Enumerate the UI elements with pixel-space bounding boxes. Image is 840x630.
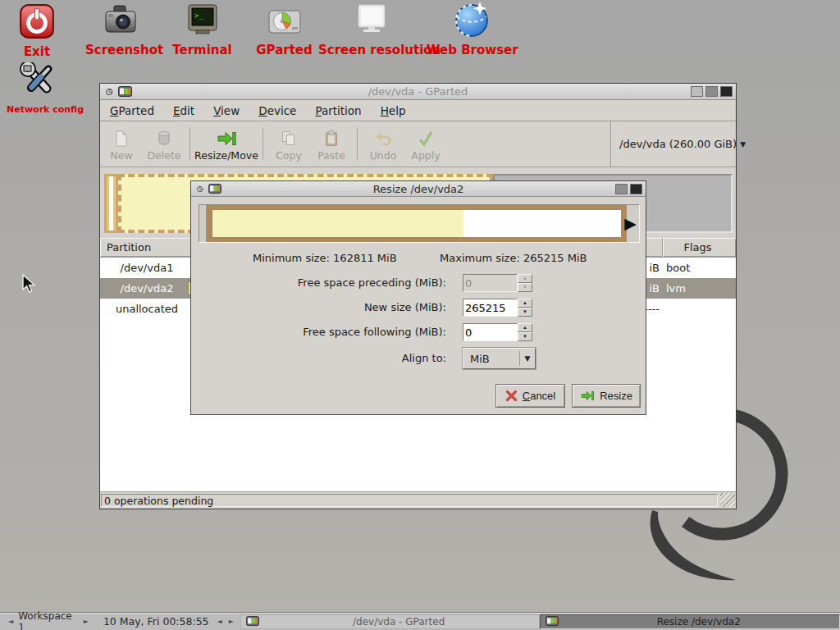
cancel-button[interactable]: Cancel (495, 384, 565, 408)
maximize-button[interactable] (615, 184, 628, 194)
power-icon (18, 2, 56, 40)
tasklist-right-icon[interactable]: ► (229, 618, 234, 625)
slider-left-handle[interactable] (199, 205, 207, 242)
menu-help[interactable]: Help (381, 104, 406, 117)
apply-button[interactable]: Apply (404, 121, 447, 167)
resize-button[interactable]: Resize (572, 384, 641, 408)
status-bar: 0 operations pending (100, 491, 736, 509)
chevron-down-icon: ▼ (740, 140, 746, 148)
cancel-x-icon (505, 390, 518, 402)
desktop-icon-terminal[interactable]: >_ Terminal (167, 2, 237, 57)
free-space-following-field[interactable] (463, 323, 518, 341)
spinner-preceding[interactable]: ▲ ▼ (518, 274, 532, 292)
column-header-flags[interactable]: Flags (662, 238, 733, 257)
spin-up-icon[interactable]: ▲ (518, 323, 532, 332)
spin-up-icon[interactable]: ▲ (518, 274, 532, 283)
copy-button[interactable]: Copy (267, 121, 310, 167)
globe-icon (453, 1, 491, 39)
desktop-icon-web-browser[interactable]: Web Browser (427, 1, 517, 57)
delete-partition-icon (155, 130, 173, 148)
free-space-preceding-field[interactable] (463, 274, 518, 292)
delete-button[interactable]: Delete (143, 121, 185, 167)
undo-button[interactable]: Undo (362, 121, 404, 167)
minimize-button[interactable] (691, 86, 703, 97)
menu-view[interactable]: View (213, 104, 240, 117)
resize-grip[interactable] (720, 493, 735, 507)
slider-right-handle[interactable]: ▶ (627, 205, 639, 242)
close-button[interactable] (720, 86, 733, 97)
desktop-icon-label: GParted (249, 43, 319, 57)
spin-down-icon[interactable]: ▼ (518, 308, 532, 317)
menu-device[interactable]: Device (258, 104, 296, 117)
desktop-icon-screenshot[interactable]: Screenshot (85, 2, 155, 57)
device-selector-value: /dev/vda (260.00 GiB) (619, 138, 737, 150)
new-size-field[interactable] (463, 299, 518, 317)
new-button[interactable]: New (100, 121, 143, 167)
spin-down-icon[interactable]: ▼ (518, 332, 532, 341)
resize-slider[interactable]: ▶ (199, 204, 640, 243)
tasklist-scroll: ◄ ► (217, 618, 234, 625)
menu-gparted[interactable]: GParted (110, 104, 154, 117)
taskbar: ◄ Workspace 1 ► 10 May, Fri 00:58:55 ◄ ►… (0, 612, 840, 630)
workspace-next-icon[interactable]: ► (84, 618, 89, 625)
menu-partition[interactable]: Partition (315, 104, 361, 117)
undo-icon (374, 130, 392, 148)
desktop-icon-label: Web Browser (427, 43, 517, 57)
spin-down-icon[interactable]: ▼ (518, 283, 532, 292)
desktop-icon-exit[interactable]: Exit (11, 2, 63, 59)
disk-partition-icon (267, 4, 303, 39)
toolbar-separator (262, 128, 263, 160)
chevron-down-icon: ▼ (520, 354, 535, 363)
workspace-prev-icon[interactable]: ◄ (8, 618, 13, 625)
align-to-dropdown[interactable]: MiB ▼ (463, 348, 536, 369)
resize-move-icon (217, 130, 236, 148)
toolbar-separator (357, 128, 358, 160)
debian-swirl-icon (104, 86, 115, 98)
desktop-icon-screen-resolution[interactable]: Screen resolution (318, 2, 425, 57)
field-label: Free space following (MiB): (303, 326, 446, 338)
workspace-pager[interactable]: ◄ Workspace 1 ► (0, 610, 95, 630)
svg-text:>_: >_ (194, 11, 203, 20)
column-header-partition[interactable]: Partition (100, 238, 194, 257)
partition-segment-vda1[interactable] (104, 174, 118, 233)
maximum-size-label: Maximum size: 265215 MiB (440, 252, 587, 264)
slider-trough (207, 205, 627, 242)
spinner-new-size[interactable]: ▲ ▼ (518, 299, 532, 317)
taskbar-button-gparted[interactable]: /dev/vda - GParted (240, 614, 541, 629)
field-label: New size (MiB): (364, 301, 446, 313)
gparted-titlebar[interactable]: /dev/vda - GParted (100, 84, 736, 100)
camera-icon (103, 2, 139, 39)
spin-up-icon[interactable]: ▲ (518, 299, 532, 308)
desktop-icon-gparted[interactable]: GParted (249, 4, 319, 57)
new-document-icon (112, 130, 130, 148)
desktop-icon-label: Screenshot (85, 43, 155, 57)
terminal-icon: >_ (185, 2, 221, 39)
debian-swirl-icon (195, 184, 205, 194)
maximize-button[interactable] (705, 86, 718, 97)
form-row-following: Free space following (MiB): ▲ ▼ (191, 323, 646, 341)
menu-edit[interactable]: Edit (173, 104, 194, 117)
tasklist-left-icon[interactable]: ◄ (217, 618, 222, 625)
device-selector[interactable]: /dev/vda (260.00 GiB) ▼ (610, 121, 736, 167)
desktop-icon-network-config[interactable]: Network config (7, 62, 71, 115)
window-title: /dev/vda - GParted (100, 85, 736, 98)
resize-arrow-icon (580, 390, 595, 402)
desktop: Exit Screenshot >_ Terminal (0, 0, 840, 630)
gparted-app-icon (118, 86, 132, 98)
field-label: Align to: (402, 352, 446, 364)
menubar: GParted Edit View Device Partition Help (100, 100, 736, 121)
resize-dialog: Resize /dev/vda2 ▶ Minimum size: 162811 … (190, 180, 646, 415)
taskbar-button-resize-dialog[interactable]: Resize /dev/vda2 (540, 614, 840, 629)
spinner-following[interactable]: ▲ ▼ (518, 323, 532, 341)
resize-move-button[interactable]: Resize/Move (194, 121, 258, 167)
workspace-label: Workspace 1 (18, 610, 79, 630)
desktop-icon-label: Terminal (167, 43, 237, 57)
dialog-titlebar[interactable]: Resize /dev/vda2 (191, 181, 646, 197)
arrow-right-icon: ▶ (624, 216, 637, 231)
paste-button[interactable]: Paste (310, 121, 353, 167)
form-row-preceding: Free space preceding (MiB): ▲ ▼ (191, 274, 646, 292)
copy-icon (280, 130, 298, 148)
close-button[interactable] (630, 184, 642, 194)
toolbar: New Delete Resize/Move (100, 121, 736, 167)
toolbar-separator (189, 128, 190, 160)
